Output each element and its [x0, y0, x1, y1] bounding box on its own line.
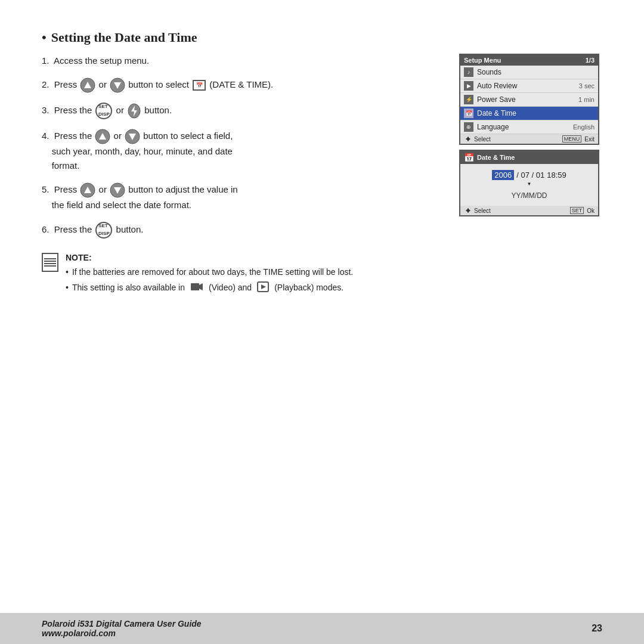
note-icon [42, 253, 58, 272]
video-mode-icon [190, 281, 203, 292]
powersave-value: 1 min [578, 96, 595, 103]
flash-icon [128, 103, 141, 119]
menu-label-icon: MENU [562, 135, 582, 143]
step-3-num: 3. [42, 105, 49, 115]
step-6-num: 6. [42, 224, 49, 234]
step-6: 6. Press the SETDISP button. [42, 222, 441, 239]
up-arrow-icon-2 [95, 129, 110, 144]
footer-left: Polaroid i531 Digital Camera User Guide … [42, 619, 202, 638]
right-column: Setup Menu 1/3 ♪ Sounds ▶ Auto Review 3 … [459, 54, 602, 297]
content-area: 1. Access the setup menu. 2. Press or [42, 54, 602, 297]
note-bullet-1: • If the batteries are removed for about… [66, 266, 353, 278]
svg-rect-14 [191, 283, 199, 290]
step-1: 1. Access the setup menu. [42, 54, 441, 68]
footer-brand: Polaroid i531 Digital Camera User Guide [42, 619, 202, 628]
step-3: 3. Press the SETDISP or button. [42, 103, 441, 119]
down-arrow-icon [110, 78, 125, 93]
datetime-ok-label: Ok [587, 208, 595, 214]
note-content: NOTE: • If the batteries are removed for… [66, 253, 353, 297]
language-label: Language [477, 123, 569, 131]
step-5-num: 5. [42, 184, 49, 194]
note-bullet-2: • This setting is also available in (Vid… [66, 281, 353, 294]
step-4-num: 4. [42, 131, 49, 141]
sounds-label: Sounds [477, 68, 591, 76]
menu-row-sounds: ♪ Sounds [460, 66, 598, 79]
menu-footer: Select MENU Exit [460, 134, 598, 144]
language-value: English [573, 123, 595, 131]
step-1-text: Access the setup menu. [54, 55, 149, 66]
datetime-footer-ok: SET Ok [570, 207, 595, 214]
select-arrow-icon [464, 135, 472, 143]
svg-marker-15 [199, 283, 203, 290]
menu-title: Setup Menu [464, 57, 501, 64]
down-arrow-icon-2 [125, 129, 140, 144]
note-section: NOTE: • If the batteries are removed for… [42, 253, 441, 297]
datetime-footer-select: Select [464, 207, 491, 214]
datetime-icon: 📅 [464, 109, 473, 118]
date-time-icon: 📅 [193, 80, 206, 91]
datetime-format: YY/MM/DD [467, 191, 591, 200]
step-4: 4. Press the or button to select a field… [42, 129, 441, 173]
datetime-select-arrow-icon [464, 207, 472, 214]
setup-menu-box: Setup Menu 1/3 ♪ Sounds ▶ Auto Review 3 … [459, 54, 599, 145]
autoreview-icon: ▶ [464, 81, 473, 91]
autoreview-label: Auto Review [477, 82, 575, 90]
set-disp-icon-2: SETDISP [95, 222, 112, 239]
datetime-label: Date & Time [477, 109, 591, 117]
note-bullet-1-text: If the batteries are removed for about t… [72, 266, 353, 278]
step-5: 5. Press or button to adjust the value i… [42, 182, 441, 212]
menu-page: 1/3 [586, 57, 595, 64]
datetime-body: 2006 / 07 / 01 18:59 ▼ YY/MM/DD [460, 164, 598, 206]
section-title: • Setting the Date and Time [42, 30, 602, 45]
date-time-val: 18:59 [547, 171, 566, 179]
step-1-num: 1. [42, 55, 49, 66]
note-title: NOTE: [66, 253, 353, 262]
bullet: • [42, 30, 47, 45]
step-2-text: Press [54, 79, 80, 89]
footer-exit: MENU Exit [562, 135, 595, 143]
datetime-box-header: 📅 Date & Time [460, 151, 598, 164]
powersave-icon: ⚡ [464, 95, 473, 104]
menu-row-autoreview: ▶ Auto Review 3 sec [460, 79, 598, 93]
svg-marker-21 [467, 208, 470, 213]
svg-marker-17 [261, 284, 266, 289]
datetime-box-title: Date & Time [477, 154, 515, 161]
footer-select-label: Select [474, 136, 491, 143]
title-text: Setting the Date and Time [51, 30, 197, 45]
datetime-row: 2006 / 07 / 01 18:59 [467, 170, 591, 180]
svg-marker-19 [467, 137, 470, 141]
footer-page-num: 23 [592, 623, 602, 634]
date-rest: / 07 / 01 [516, 171, 544, 179]
menu-header: Setup Menu 1/3 [460, 55, 598, 66]
up-arrow-icon-3 [80, 182, 95, 198]
up-arrow-icon [80, 78, 95, 93]
menu-row-powersave: ⚡ Power Save 1 min [460, 93, 598, 107]
sounds-icon: ♪ [464, 67, 473, 77]
page: • Setting the Date and Time 1. Access th… [0, 0, 644, 644]
page-footer: Polaroid i531 Digital Camera User Guide … [0, 613, 644, 644]
step-2-num: 2. [42, 79, 49, 89]
menu-row-datetime: 📅 Date & Time [460, 107, 598, 120]
down-arrow-icon-3 [110, 182, 125, 198]
footer-website: www.polaroid.com [42, 628, 202, 638]
playback-mode-icon [257, 281, 269, 292]
menu-row-language: ⊕ Language English [460, 120, 598, 134]
footer-exit-label: Exit [584, 136, 595, 143]
date-year: 2006 [492, 170, 514, 180]
datetime-box: 📅 Date & Time 2006 / 07 / 01 18:59 ▼ YY/… [459, 150, 599, 216]
datetime-icon-header: 📅 [464, 153, 474, 162]
language-icon: ⊕ [464, 122, 473, 132]
datetime-select-label: Select [474, 208, 491, 214]
left-column: 1. Access the setup menu. 2. Press or [42, 54, 441, 297]
powersave-label: Power Save [477, 95, 575, 104]
footer-select: Select [464, 135, 491, 143]
date-arrow: ▼ [467, 181, 591, 187]
set-label-icon: SET [570, 207, 584, 214]
datetime-footer: Select SET Ok [460, 206, 598, 215]
set-disp-icon: SETDISP [95, 103, 112, 119]
autoreview-value: 3 sec [579, 82, 595, 89]
step-2: 2. Press or button to select 📅 (DATE & T… [42, 78, 441, 93]
